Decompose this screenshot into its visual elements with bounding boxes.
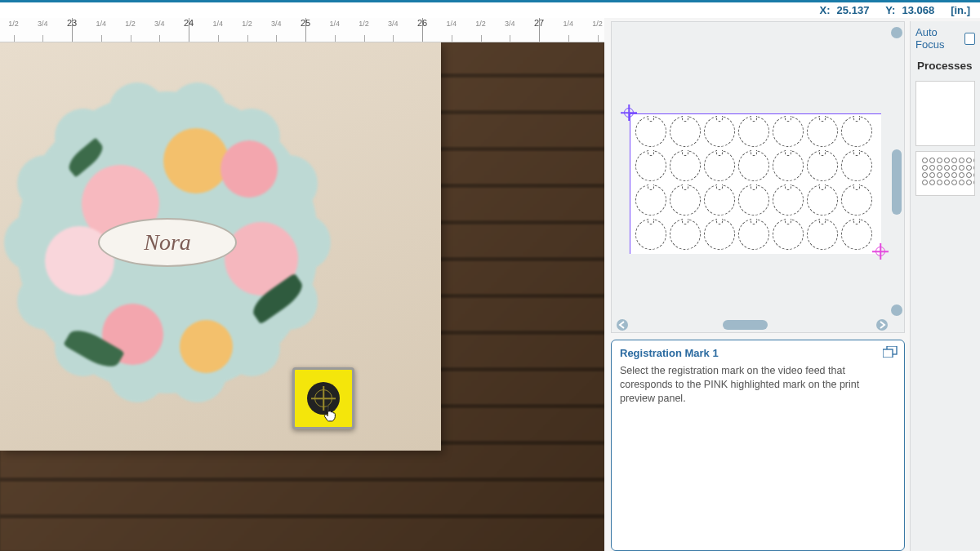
preview-ornament-shape[interactable] [704, 116, 735, 147]
scroll-right-button[interactable] [876, 319, 888, 331]
preview-ornament-shape[interactable] [704, 184, 735, 216]
preview-ornament-shape[interactable] [807, 116, 838, 147]
preview-ornament-shape[interactable] [841, 150, 872, 181]
preview-ornament-shape[interactable] [704, 219, 735, 250]
preview-ornament-shape[interactable] [738, 219, 769, 250]
preview-ornament-shape[interactable] [738, 116, 769, 147]
preview-ornament-shape[interactable] [635, 184, 666, 216]
preview-ornament-shape[interactable] [670, 150, 701, 181]
coord-unit: [in.] [951, 4, 970, 16]
preview-ornament-shape[interactable] [635, 116, 666, 147]
registration-mark-origin[interactable] [621, 104, 637, 121]
instruction-body: Select the registration mark on the vide… [620, 364, 896, 406]
preview-ornament-shape[interactable] [841, 219, 872, 250]
svg-rect-1 [883, 349, 893, 358]
instruction-title: Registration Mark 1 [620, 347, 896, 359]
scroll-down-button[interactable] [891, 304, 902, 316]
instruction-panel: Registration Mark 1 Select the registrat… [611, 340, 905, 551]
restore-window-icon[interactable] [883, 346, 898, 358]
scrollbar-thumb[interactable] [892, 149, 902, 215]
preview-canvas[interactable] [630, 113, 881, 254]
autofocus-label: Auto Focus [915, 26, 960, 51]
processes-header: Processes [911, 56, 980, 76]
coord-y: Y: 13.068 [885, 4, 934, 16]
scroll-up-button[interactable] [891, 27, 902, 38]
coord-y-value: 13.068 [902, 4, 934, 16]
printed-ornament: Nora [16, 91, 318, 393]
side-panel: Auto Focus Processes [910, 21, 980, 551]
scroll-left-button[interactable] [617, 319, 628, 331]
autofocus-checkbox[interactable] [964, 33, 975, 45]
preview-ornament-shape[interactable] [773, 116, 804, 147]
preview-ornament-shape[interactable] [841, 184, 872, 216]
preview-horizontal-scrollbar[interactable] [617, 319, 888, 331]
preview-vertical-scrollbar[interactable] [891, 27, 902, 316]
preview-ornament-shape[interactable] [670, 219, 701, 250]
autofocus-row[interactable]: Auto Focus [911, 21, 980, 56]
video-feed-viewport[interactable]: Nora [0, 42, 604, 551]
preview-ornament-shape[interactable] [807, 219, 838, 250]
preview-ornament-shape[interactable] [670, 116, 701, 147]
preview-ornament-shape[interactable] [635, 219, 666, 250]
top-coordinates-bar: X: 25.137 Y: 13.068 [in.] [0, 0, 980, 18]
process-thumb-raster[interactable] [915, 151, 975, 196]
coord-x: X: 25.137 [820, 4, 870, 16]
preview-ornament-shape[interactable] [807, 150, 838, 181]
preview-ornament-shape[interactable] [773, 184, 804, 216]
process-thumb-vector[interactable] [915, 81, 975, 146]
coord-y-label: Y: [885, 4, 895, 16]
ornament-name-label: Nora [98, 218, 237, 267]
horizontal-ruler: 231/41/23/4241/41/23/4251/41/23/4261/41/… [0, 18, 604, 42]
preview-ornament-shape[interactable] [738, 150, 769, 181]
preview-ornament-shape[interactable] [670, 184, 701, 216]
scrollbar-thumb[interactable] [723, 320, 768, 330]
preview-ornament-shape[interactable] [773, 150, 804, 181]
registration-mark-pink[interactable] [872, 243, 889, 260]
pointer-cursor-icon [323, 404, 337, 422]
preview-ornament-shape[interactable] [841, 116, 872, 147]
coord-x-value: 25.137 [837, 4, 870, 16]
preview-ornament-shape[interactable] [635, 150, 666, 181]
preview-ornament-shape[interactable] [738, 184, 769, 216]
registration-target-button[interactable] [292, 367, 354, 429]
coord-x-label: X: [820, 4, 831, 16]
preview-ornament-shape[interactable] [773, 219, 804, 250]
preview-ornament-shape[interactable] [704, 150, 735, 181]
print-preview-panel[interactable] [611, 21, 905, 333]
preview-ornament-shape[interactable] [807, 184, 838, 216]
